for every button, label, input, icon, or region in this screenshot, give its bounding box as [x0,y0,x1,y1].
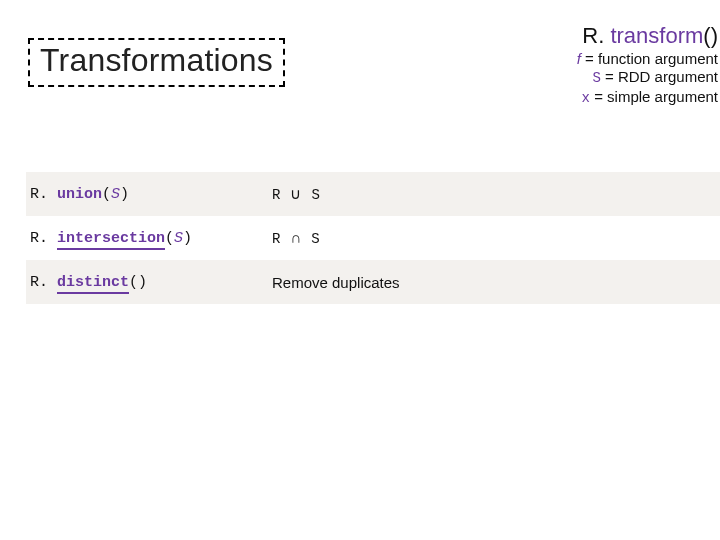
legend-text: = RDD argument [601,68,718,85]
table-row: R. union(S) R∪S [26,172,720,216]
slide-title: Transformations [28,38,285,87]
desc-code: S [311,231,319,247]
method-name: union [57,186,102,203]
method-description: R∩S [270,229,720,247]
legend-symbol: S [592,70,600,86]
legend-header-method: transform [610,23,703,48]
method-call: R. distinct() [26,274,270,291]
legend-header-prefix: R. [582,23,610,48]
paren-open: ( [165,230,174,247]
paren-close: ) [120,186,129,203]
method-call: R. union(S) [26,186,270,203]
method-name: distinct [57,274,129,294]
method-arg: S [111,186,120,203]
legend-header-suffix: () [703,23,718,48]
paren-close: ) [138,274,147,291]
legend: R. transform() f = function argument S =… [577,22,718,107]
table-row: R. intersection(S) R∩S [26,216,720,260]
legend-header: R. transform() [577,22,718,50]
method-description: Remove duplicates [270,274,720,291]
call-prefix: R. [30,274,57,291]
legend-row: S = RDD argument [577,68,718,88]
desc-symbol: ∪ [290,185,301,202]
desc-plain: Remove duplicates [272,274,400,291]
desc-code: R [272,231,280,247]
method-call: R. intersection(S) [26,230,270,247]
legend-row: f = function argument [577,50,718,69]
method-arg: S [174,230,183,247]
paren-close: ) [183,230,192,247]
legend-text: = function argument [581,50,718,67]
legend-symbol: x [582,90,590,106]
desc-symbol: ∩ [290,229,301,246]
call-prefix: R. [30,186,57,203]
legend-text: = simple argument [590,88,718,105]
method-name: intersection [57,230,165,250]
paren-open: ( [102,186,111,203]
transformations-table: R. union(S) R∪S R. intersection(S) R∩S R… [26,172,720,304]
call-prefix: R. [30,230,57,247]
method-description: R∪S [270,185,720,203]
desc-code: S [311,187,319,203]
table-row: R. distinct() Remove duplicates [26,260,720,304]
paren-open: ( [129,274,138,291]
desc-code: R [272,187,280,203]
legend-row: x = simple argument [577,88,718,108]
